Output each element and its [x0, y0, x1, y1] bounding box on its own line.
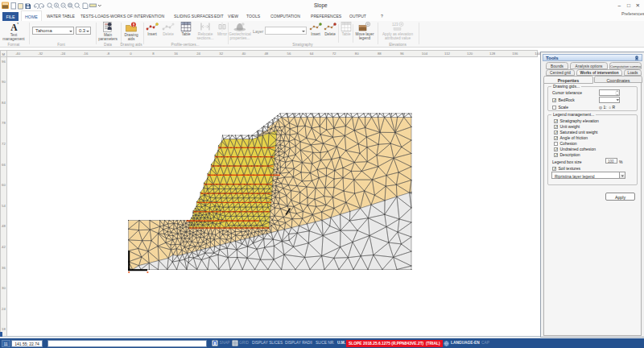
svg-text:*: *	[17, 22, 19, 27]
svg-text:123: 123	[392, 23, 398, 27]
